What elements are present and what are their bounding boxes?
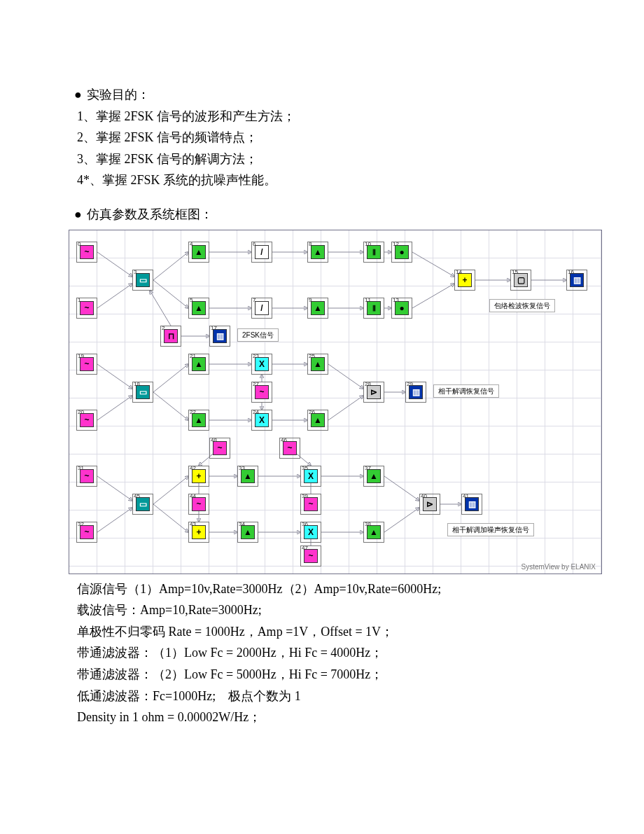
block-42[interactable]: 42+ — [188, 466, 209, 487]
block-43[interactable]: 43+ — [188, 522, 209, 543]
label-coherent-noise: 相干解调加噪声恢复信号 — [447, 523, 534, 536]
block-9[interactable]: 9▲ — [307, 298, 328, 319]
param-4: 带通滤波器：（1）Low Fc = 2000Hz，Hi Fc = 4000Hz； — [77, 642, 567, 664]
svg-line-29 — [328, 396, 363, 420]
block-18[interactable]: 18▭ — [132, 382, 153, 403]
block-29[interactable]: 29▥ — [405, 382, 426, 403]
block-31[interactable]: 31~ — [76, 466, 97, 487]
block-10[interactable]: 10⦀ — [363, 242, 384, 263]
block-28[interactable]: 28⊳ — [363, 382, 384, 403]
svg-line-21 — [153, 392, 188, 420]
page: 实验目的： 1、掌握 2FSK 信号的波形和产生方法； 2、掌握 2FSK 信号… — [0, 0, 644, 834]
svg-line-2 — [153, 252, 188, 280]
block-1[interactable]: 1~ — [76, 298, 97, 319]
block-diagram: 2FSK信号 包络检波恢复信号 相干解调恢复信号 相干解调加噪声恢复信号 Sys… — [69, 230, 602, 574]
param-1: 信源信号（1）Amp=10v,Rate=3000Hz（2）Amp=10v,Rat… — [77, 578, 567, 600]
block-39[interactable]: 39~ — [300, 494, 321, 515]
svg-line-18 — [97, 364, 132, 389]
svg-line-31 — [97, 476, 132, 501]
block-26[interactable]: 26▲ — [307, 410, 328, 431]
label-2fsk: 2FSK信号 — [237, 328, 279, 342]
block-19[interactable]: 19~ — [76, 354, 97, 375]
svg-line-32 — [97, 508, 132, 532]
block-41[interactable]: 41▥ — [461, 494, 482, 515]
svg-line-1 — [97, 284, 132, 308]
block-6[interactable]: 6/ — [251, 242, 272, 263]
block-16[interactable]: 16▥ — [566, 270, 587, 291]
block-36[interactable]: 36X — [300, 522, 321, 543]
objective-1: 1、掌握 2FSK 信号的波形和产生方法； — [77, 106, 567, 127]
block-27[interactable]: 27~ — [251, 382, 272, 403]
objective-2: 2、掌握 2FSK 信号的频谱特点； — [77, 127, 567, 148]
block-12[interactable]: 12● — [391, 242, 412, 263]
block-15[interactable]: 15▢ — [510, 270, 531, 291]
block-32[interactable]: 32~ — [76, 522, 97, 543]
block-11[interactable]: 11⦀ — [363, 298, 384, 319]
block-14[interactable]: 14+ — [454, 270, 475, 291]
svg-line-3 — [153, 280, 188, 308]
block-5[interactable]: 5▲ — [188, 298, 209, 319]
svg-line-34 — [153, 504, 188, 532]
block-48[interactable]: 48~ — [209, 438, 230, 459]
svg-line-19 — [97, 396, 132, 420]
svg-line-28 — [328, 364, 363, 389]
block-7[interactable]: 7/ — [251, 298, 272, 319]
block-45[interactable]: 45▭ — [132, 494, 153, 515]
block-4[interactable]: 4▲ — [188, 242, 209, 263]
param-5: 带通滤波器：（2）Low Fc = 5000Hz，Hi Fc = 7000Hz； — [77, 664, 567, 686]
block-38[interactable]: 38▲ — [363, 522, 384, 543]
block-0[interactable]: 0~ — [76, 242, 97, 263]
svg-line-17 — [150, 291, 171, 326]
block-34[interactable]: 34▲ — [237, 522, 258, 543]
brand-text: SystemView by ELANIX — [521, 563, 596, 571]
svg-line-48 — [384, 508, 419, 532]
section-objectives-heading: 实验目的： — [77, 84, 567, 106]
block-3[interactable]: 3▭ — [132, 270, 153, 291]
block-13[interactable]: 13● — [391, 298, 412, 319]
block-23[interactable]: 23X — [251, 354, 272, 375]
param-7: Density in 1 ohm = 0.00002W/Hz； — [77, 707, 567, 728]
svg-line-13 — [412, 284, 454, 308]
label-envelope: 包络检波恢复信号 — [489, 299, 555, 312]
svg-line-33 — [153, 476, 188, 504]
block-22[interactable]: 22▲ — [188, 410, 209, 431]
param-6: 低通滤波器：Fc=1000Hz; 极点个数为 1 — [77, 686, 567, 707]
block-17[interactable]: 17▥ — [209, 326, 230, 347]
block-33[interactable]: 33▲ — [237, 466, 258, 487]
param-3: 单极性不归零码 Rate = 1000Hz，Amp =1V，Offset = 1… — [77, 621, 567, 643]
block-37[interactable]: 37▲ — [363, 466, 384, 487]
block-25[interactable]: 25▲ — [307, 354, 328, 375]
section-diagram-heading: 仿真参数及系统框图： — [77, 204, 567, 225]
svg-line-20 — [153, 364, 188, 392]
svg-line-47 — [384, 476, 419, 501]
param-2: 载波信号：Amp=10,Rate=3000Hz; — [77, 599, 567, 621]
block-44[interactable]: 44~ — [188, 494, 209, 515]
block-35[interactable]: 35X — [300, 466, 321, 487]
svg-line-0 — [97, 252, 132, 277]
block-24[interactable]: 24X — [251, 410, 272, 431]
label-coherent: 相干解调恢复信号 — [433, 384, 499, 398]
block-2[interactable]: 2⊓ — [160, 326, 181, 347]
block-20[interactable]: 20~ — [76, 410, 97, 431]
block-8[interactable]: 8▲ — [307, 242, 328, 263]
block-21[interactable]: 21▲ — [188, 354, 209, 375]
svg-line-12 — [412, 252, 454, 277]
block-40[interactable]: 40⊳ — [419, 494, 440, 515]
objective-4: 4*、掌握 2FSK 系统的抗噪声性能。 — [77, 169, 567, 191]
objective-3: 3、掌握 2FSK 信号的解调方法； — [77, 148, 567, 170]
block-47[interactable]: 47~ — [300, 545, 321, 567]
block-46[interactable]: 46~ — [279, 438, 300, 459]
